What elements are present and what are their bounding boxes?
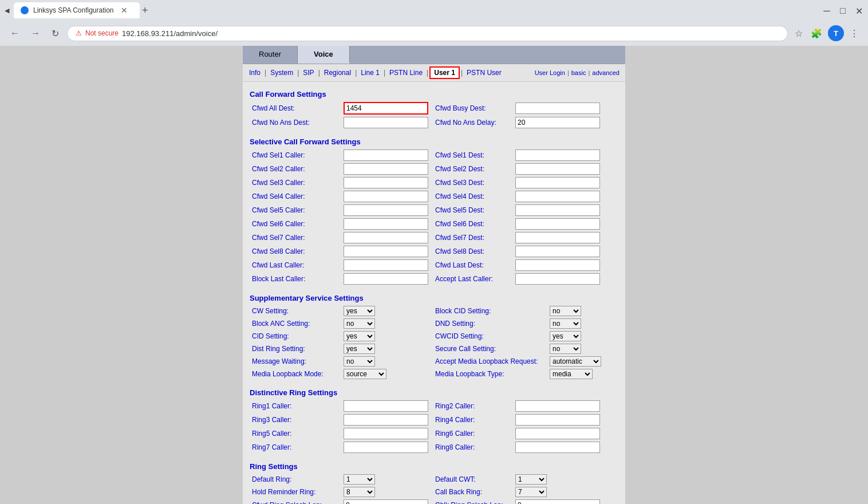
call-forward-title: Call Forward Settings [250,85,618,101]
cfwd-sel4-dest-input[interactable] [515,191,600,202]
ring6-caller-input[interactable] [515,428,600,439]
subtab-user1[interactable]: User 1 [429,66,460,79]
maximize-button[interactable]: □ [838,6,847,15]
subtab-pstn-line[interactable]: PSTN Line [386,68,425,78]
default-ring-select[interactable]: 12345678 [344,474,375,485]
cwcid-setting-select[interactable]: yesno [550,331,581,341]
ring-settings-section: Ring Settings Default Ring: 12345678 Def… [250,458,618,504]
cfwd-all-dest-input[interactable]: 1454 [344,102,428,115]
bookmark-button[interactable]: ☆ [792,26,805,41]
subtab-line1[interactable]: Line 1 [358,68,382,78]
default-cwt-select[interactable]: 12345678 [515,474,547,485]
cfwd-sel1-caller-input[interactable] [344,149,428,161]
selective-call-forward-title: Selective Call Forward Settings [250,133,618,148]
cfwd-no-ans-dest-label: Cfwd No Ans Dest: [250,116,341,129]
secure-call-select[interactable]: noyes [550,344,581,354]
distinctive-ring-section: Distinctive Ring Settings Ring1 Caller: … [250,384,618,454]
block-anc-select[interactable]: noyes [344,318,375,329]
cfwd-busy-dest-input[interactable] [515,103,600,114]
cfwd-busy-dest-field[interactable] [513,101,618,116]
security-label: Not secure [85,29,119,37]
supplementary-section: Supplementary Service Settings CW Settin… [250,289,618,380]
call-forward-section: Call Forward Settings Cfwd All Dest: 145… [250,85,618,129]
block-last-caller-input[interactable] [344,273,428,285]
close-button[interactable]: ✕ [854,6,863,15]
ring2-caller-input[interactable] [515,400,600,412]
cfwd-sel8-dest-input[interactable] [515,246,600,257]
cfwd-sel4-caller-input[interactable] [344,191,428,202]
basic-link[interactable]: basic [571,69,586,76]
call-back-ring-select[interactable]: 12345678 [515,487,547,497]
cfwd-sel2-caller-input[interactable] [344,163,428,175]
cfwd-no-ans-delay-label: Cfwd No Ans Delay: [433,116,513,129]
menu-button[interactable]: ⋮ [847,26,861,41]
cfwd-all-dest-field[interactable]: 1454 [341,101,433,116]
cfwd-last-dest-input[interactable] [515,259,600,271]
reload-button[interactable]: ↻ [48,26,62,41]
accept-media-loopback-select[interactable]: automaticmanualdisabled [550,356,601,367]
user-login-link[interactable]: User Login [535,69,565,76]
dist-ring-select[interactable]: yesno [344,344,375,354]
msg-waiting-select[interactable]: noyes [344,356,375,367]
subtab-pstn-user[interactable]: PSTN User [464,68,504,78]
cfwd-sel7-caller-input[interactable] [344,232,428,243]
ring-settings-title: Ring Settings [250,458,618,473]
profile-icon[interactable]: T [828,25,844,41]
dnd-setting-select[interactable]: noyes [550,318,581,329]
minimize-button[interactable]: ─ [822,6,831,15]
cfwd-sel6-caller-input[interactable] [344,218,428,230]
cfwd-sel2-dest-input[interactable] [515,163,600,175]
cfwd-sel6-dest-input[interactable] [515,218,600,230]
ring5-caller-input[interactable] [344,428,428,439]
ring1-caller-input[interactable] [344,400,428,412]
cid-setting-select[interactable]: yesno [344,331,375,341]
extensions-button[interactable]: 🧩 [808,26,824,41]
back-button[interactable]: ← [7,26,23,41]
cfwd-sel3-caller-input[interactable] [344,177,428,188]
cfwd-sel3-dest-input[interactable] [515,177,600,188]
advanced-link[interactable]: advanced [592,69,620,76]
cfwd-sel1-dest-input[interactable] [515,149,600,161]
forward-button[interactable]: → [27,26,44,41]
cw-setting-select[interactable]: yesno [344,306,375,316]
cfwd-no-ans-dest-input[interactable] [344,117,428,128]
block-cid-select[interactable]: noyes [550,306,581,316]
ring3-caller-input[interactable] [344,414,428,426]
subtab-sip[interactable]: SIP [300,68,317,78]
media-loopback-type-select[interactable]: mediasignaling [550,369,593,379]
tab-router[interactable]: Router [243,46,298,64]
cfwd-no-ans-delay-input[interactable]: 20 [515,117,600,128]
supplementary-title: Supplementary Service Settings [250,289,618,305]
tab-title: Linksys SPA Configuration [33,6,114,14]
cfwd-sel8-caller-input[interactable] [344,246,428,257]
subtab-system[interactable]: System [267,68,296,78]
cfwd-last-caller-input[interactable] [344,259,428,271]
tab-close-button[interactable]: ✕ [121,6,128,15]
cfwd-sel5-caller-input[interactable] [344,204,428,216]
cfwd-sel7-dest-input[interactable] [515,232,600,243]
cfwd-ring-splash-len-input[interactable] [344,499,428,504]
subtab-info[interactable]: Info [246,68,263,78]
subtab-regional[interactable]: Regional [321,68,354,78]
cblk-ring-splash-len-input[interactable] [515,499,600,504]
tab-favicon [21,6,29,14]
cfwd-all-dest-label: Cfwd All Dest: [250,101,341,116]
hold-reminder-ring-select[interactable]: 12345678 [344,487,375,497]
tab-voice[interactable]: Voice [298,46,350,64]
accept-last-caller-input[interactable] [515,273,600,285]
security-icon: ⚠ [76,29,82,37]
cfwd-no-ans-delay-field[interactable]: 20 [513,116,618,129]
new-tab-button[interactable]: + [140,2,151,19]
distinctive-ring-title: Distinctive Ring Settings [250,384,618,399]
ring4-caller-input[interactable] [515,414,600,426]
cfwd-busy-dest-label: Cfwd Busy Dest: [433,101,513,116]
cfwd-no-ans-dest-field[interactable] [341,116,433,129]
media-loopback-mode-select[interactable]: sourcepeerboth [344,369,386,379]
address-text[interactable]: 192.168.93.211/admin/voice/ [122,29,779,38]
selective-call-forward-section: Selective Call Forward Settings Cfwd Sel… [250,133,618,286]
ring8-caller-input[interactable] [515,442,600,453]
ring7-caller-input[interactable] [344,442,428,453]
cfwd-sel5-dest-input[interactable] [515,204,600,216]
